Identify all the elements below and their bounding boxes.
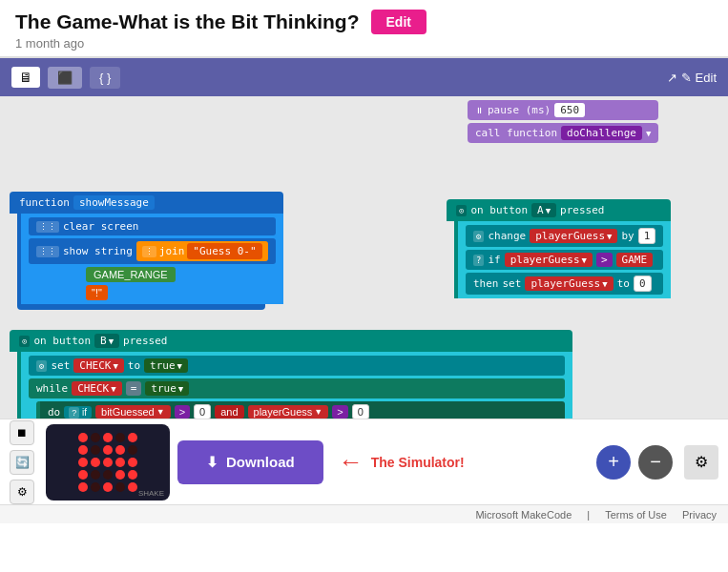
str1-block: "Guess 0-" [187, 243, 261, 259]
page-meta: 1 month ago [0, 36, 728, 56]
zero3-chip: 0 [352, 404, 369, 419]
true-chip2: true ▼ [145, 381, 189, 396]
call-fn-block: call function doChallenge ▼ [468, 123, 658, 143]
download-button[interactable]: ⬇ Download [177, 440, 323, 484]
check-chip: CHECK ▼ [73, 358, 124, 373]
zero2-chip: 0 [194, 404, 211, 419]
footer-brand: Microsoft MakeCode [475, 509, 572, 521]
editor-edit-btn[interactable]: ↗ ✎ Edit [667, 71, 717, 85]
pg-chip2: playerGuess ▼ [505, 253, 593, 267]
gt3-chip: > [332, 405, 347, 419]
pause-icon: ⏸ [475, 106, 484, 115]
function-block: function showMessage ⋮⋮ clear screen ⋮⋮ … [10, 192, 283, 310]
change-val: 1 [638, 228, 656, 244]
clear-screen-block: ⋮⋮ clear screen [29, 217, 276, 235]
then-block: then set playerGuess ▼ to 0 [466, 273, 663, 295]
pause-block: ⏸ pause (ms) 650 [468, 100, 658, 120]
page-header: The Game-What is the Bit Thinking? Edit [0, 0, 728, 36]
set-check-block: ⚙ set CHECK ▼ to true ▼ [29, 356, 565, 376]
stop-button[interactable]: ⏹ [10, 420, 34, 445]
left-arrow-icon: ← [339, 447, 364, 477]
eq-chip: = [126, 381, 142, 396]
plus-button[interactable]: + [596, 445, 631, 480]
edit-button[interactable]: Edit [371, 10, 426, 34]
gear-button[interactable]: ⚙ [684, 445, 718, 480]
fn-name-chip: doChallenge [561, 126, 642, 140]
str2-block: "!" [86, 285, 108, 300]
microbit-logo: 🖥 [11, 67, 40, 88]
player-guess-chip: playerGuess ▼ [530, 229, 617, 243]
pause-value: 650 [554, 103, 585, 117]
restart-button[interactable]: 🔄 [10, 450, 34, 475]
and-chip: and [215, 405, 243, 419]
side-buttons: ⏹ 🔄 ⚙ [10, 420, 34, 504]
if-block-a: ? if playerGuess ▼ > GAME [466, 250, 663, 270]
simulator-panel: SHAKE [46, 424, 170, 500]
button-b-block: ⊙ on button B ▼ pressed ⚙ set CHECK ▼ [10, 330, 572, 430]
footer-terms[interactable]: Terms of Use [605, 509, 667, 521]
settings-button[interactable]: ⚙ [10, 480, 34, 504]
bit-guessed-chip: bitGuessed ▼ [95, 405, 171, 419]
game-chip: GAME [616, 253, 654, 267]
right-controls: + − [596, 445, 673, 480]
footer-privacy[interactable]: Privacy [682, 509, 717, 521]
btn-b-chip: B ▼ [94, 334, 119, 348]
download-icon: ⬇ [206, 454, 218, 471]
button-a-block: ⊙ on button A ▼ pressed ⚙ change playerG… [447, 199, 671, 298]
pause-block-group: ⏸ pause (ms) 650 call function doChallen… [468, 100, 658, 143]
check-chip2: CHECK ▼ [72, 381, 122, 396]
shake-label: SHAKE [138, 489, 164, 498]
game-range-var: GAME_RANGE [86, 267, 176, 282]
blocks-tab[interactable]: ⬛ [48, 67, 82, 89]
minus-button[interactable]: − [638, 445, 673, 480]
footer-separator: | [587, 509, 590, 521]
simulator-label-text: The Simulator! [371, 455, 465, 470]
footer: Microsoft MakeCode | Terms of Use Privac… [0, 504, 728, 523]
show-string-block: ⋮⋮ show string ⋮ join "Guess 0-" [29, 238, 276, 264]
true-chip: true ▼ [144, 358, 188, 373]
simulator-arrow-label: ← The Simulator! [339, 447, 465, 477]
page-title: The Game-What is the Bit Thinking? [15, 10, 360, 33]
fn-dropdown-arrow: ▼ [646, 129, 651, 138]
pg-chip3: playerGuess ▼ [525, 276, 613, 291]
pg-chip4: playerGuess ▼ [248, 405, 329, 419]
js-tab[interactable]: { } [90, 67, 120, 89]
gt2-chip: > [175, 405, 190, 419]
join-block: ⋮ join "Guess 0-" [136, 241, 268, 261]
btn-a-chip: A ▼ [531, 203, 556, 217]
zero-chip: 0 [634, 276, 652, 292]
while-block: while CHECK ▼ = true ▼ [29, 378, 565, 398]
editor-container: 🖥 ⬛ { } ↗ ✎ Edit ⏸ pause (ms) 650 call f… [0, 56, 728, 523]
if2-chip: ? if [64, 406, 92, 419]
gt-chip: > [596, 253, 613, 267]
change-block: ⚙ change playerGuess ▼ by 1 [466, 225, 663, 247]
fn-name-badge: showMessage [73, 195, 155, 210]
editor-topbar: 🖥 ⬛ { } ↗ ✎ Edit [0, 58, 728, 96]
bottom-bar: ⏹ 🔄 ⚙ [0, 419, 728, 504]
code-canvas[interactable]: ⏸ pause (ms) 650 call function doChallen… [0, 96, 728, 430]
